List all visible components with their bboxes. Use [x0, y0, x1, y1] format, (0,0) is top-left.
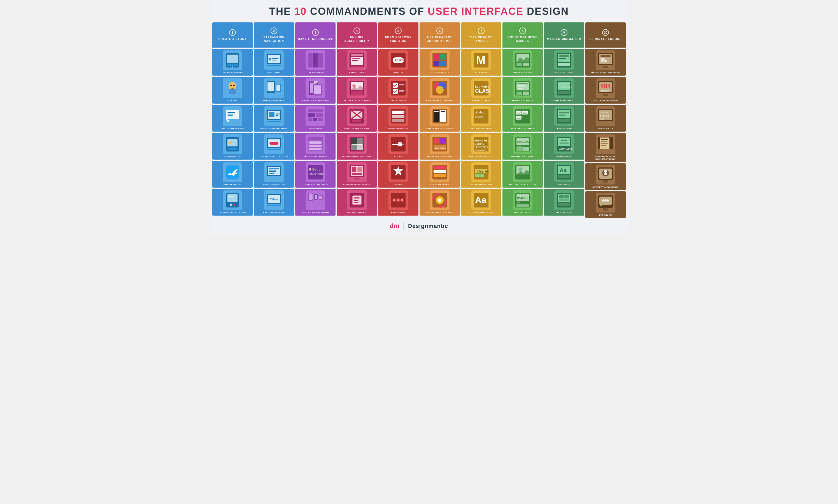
svg-text:aCbAcb: aCbAcb — [600, 114, 609, 117]
item-label: SCALES TO ANY WIDTH — [302, 211, 329, 214]
svg-rect-14 — [228, 147, 237, 150]
list-item: PARALLAX SCROLLING — [295, 77, 336, 104]
item-label: STICK TO THREE — [430, 183, 449, 186]
col-header-5: 5FORM FOLLOWS FUNCTION — [378, 22, 418, 48]
col-header-2: 2STREAMLINE NAVIGATION — [254, 22, 294, 48]
item-label: PICK VIBRANT COLORS — [426, 100, 453, 102]
svg-point-23 — [269, 58, 271, 60]
svg-rect-59 — [308, 113, 315, 117]
svg-text:3bA...: 3bA... — [600, 118, 607, 121]
svg-rect-35 — [267, 121, 281, 122]
item-label: GOOGLE STANDARDS — [303, 183, 328, 186]
svg-rect-159 — [433, 170, 446, 173]
svg-text:BEBAS NEUE: BEBAS NEUE — [475, 139, 489, 142]
list-item: COLOR PALETTE — [420, 49, 460, 76]
svg-rect-70 — [308, 165, 323, 179]
svg-rect-121 — [399, 90, 405, 92]
item-label: INDUSTRY RELEVANT — [427, 156, 452, 158]
svg-rect-15 — [226, 165, 239, 179]
column-3: 3MAKE IT RESPONSIVEUSE COLUMNSPARALLAX S… — [295, 22, 336, 218]
item-label: USE ICONS — [267, 71, 280, 74]
items-list-6: COLOR PALETTEPICK VIBRANT COLORSCONTRAST… — [420, 48, 460, 218]
col-header-7: 7DEFINE FONT FAMILIES — [461, 22, 501, 48]
item-label: MASCOT — [228, 100, 237, 102]
svg-point-18 — [230, 203, 232, 206]
item-icon-1-1 — [223, 50, 242, 70]
list-item: 25%OFFAIM CONVERSIONS — [254, 189, 294, 216]
svg-rect-273 — [603, 180, 608, 183]
svg-rect-78 — [309, 194, 313, 200]
item-label: BIG FONTS — [558, 183, 570, 186]
item-label: BE AUTHENTIC — [224, 156, 241, 158]
item-label: PERFECT DUOS — [472, 100, 491, 102]
svg-rect-42 — [269, 168, 279, 169]
list-item: MASCOT — [212, 77, 253, 104]
list-item: PNGJPGBMPPICK BEST FORMAT — [502, 105, 543, 131]
list-item: AaIN DOUBT, GO GOTHIC! — [461, 189, 501, 216]
item-label: EMBED SOCIAL — [224, 183, 242, 186]
svg-text:2880x1880: 2880x1880 — [517, 141, 530, 144]
item-label: SLIDER — [394, 156, 403, 158]
col-header-8: 8BOOST OPTIMIZED IMAGES — [502, 22, 543, 48]
svg-point-135 — [393, 199, 395, 201]
svg-rect-124 — [392, 115, 405, 118]
item-label: SET HIERARCHIES — [470, 127, 492, 130]
items-list-1: USE REAL IMAGESMASCOTCUSTOM MESSAGESBE A… — [212, 48, 253, 218]
list-item: FLUID GRID — [295, 105, 336, 131]
column-1: 1CREATE A STORYUSE REAL IMAGESMASCOTCUST… — [212, 22, 253, 218]
list-item: IMAGE TITLE</>USE ALT-TAGS — [502, 189, 543, 216]
list-item: PICK VIBRANT COLORS — [420, 77, 460, 104]
col-title-10: ELIMINATE ERRORS — [590, 37, 622, 41]
svg-point-3 — [232, 66, 233, 68]
list-item: ADS POPUPFLASH WIDGETSOMIT REDUNDANT — [544, 77, 584, 104]
item-icon-9-6 — [554, 191, 574, 210]
list-item: 2880x1880AUTOMATE SCALING — [502, 133, 543, 160]
svg-rect-107 — [352, 173, 362, 175]
svg-text:highlighted: highlighted — [476, 170, 489, 173]
svg-rect-60 — [316, 113, 323, 117]
svg-rect-67 — [309, 141, 322, 144]
svg-text:bougan: bougan — [475, 115, 483, 118]
item-label: USE COLUMNS — [307, 71, 324, 74]
svg-rect-272 — [604, 173, 607, 175]
svg-text:WHAT WE DO: WHAT WE DO — [559, 148, 572, 150]
svg-rect-68 — [309, 145, 322, 147]
svg-text:ERROR: ERROR — [601, 89, 610, 92]
svg-rect-28 — [267, 82, 274, 91]
svg-rect-193 — [518, 88, 523, 89]
svg-rect-232 — [558, 138, 570, 146]
item-label: OMIT REDUNDANT — [553, 100, 574, 102]
item-icon-8-4: 2880x1880 — [513, 134, 532, 154]
svg-rect-230 — [558, 119, 570, 122]
list-item: DROP-DOWN MENUS — [295, 133, 336, 160]
svg-point-278 — [607, 199, 609, 202]
item-label: PICK BEST FORMAT — [511, 127, 534, 130]
svg-rect-106 — [357, 167, 362, 172]
svg-rect-120 — [399, 84, 405, 85]
column-9: 9MASTER MINIMALISMSOLID COLORSADS POPUPF… — [544, 22, 584, 218]
item-icon-3-3 — [306, 106, 325, 126]
page: THE 10 COMMANDMENTS OF USER INTERFACE DE… — [210, 0, 628, 235]
list-item: MONOCHROME SETTINGS — [337, 133, 377, 160]
item-icon-9-3 — [554, 106, 574, 126]
list-item: INDUSTRYINDUSTRY RELEVANT — [420, 133, 460, 160]
item-icon-8-1 — [513, 50, 532, 70]
svg-rect-139 — [433, 54, 439, 60]
item-label: USE VISUALS — [556, 211, 572, 214]
item-icon-8-3: PNGJPGBMP — [513, 106, 532, 126]
item-label: ALT-TEXT FOR IMAGES — [344, 100, 370, 102]
item-icon-10-3: abcABCaCbAcb3bA... — [596, 106, 615, 126]
item-icon-2-5 — [264, 162, 284, 182]
column-5: 5FORM FOLLOWS FUNCTIONCLICKBUTTONCHECK B… — [378, 22, 418, 218]
svg-point-276 — [602, 199, 604, 202]
svg-rect-66 — [308, 137, 323, 140]
column-8: 8BOOST OPTIMIZED IMAGESPREFER VECTORMINI… — [502, 22, 543, 218]
item-label: IN DOUBT, GO GOTHIC! — [468, 211, 495, 214]
svg-text:PNG: PNG — [516, 112, 521, 114]
item-icon-1-2 — [223, 78, 242, 98]
svg-text:Andes: Andes — [475, 110, 484, 114]
item-label: FLUID GRID — [309, 127, 322, 130]
list-item: SCREEN PRIME ESTATE — [337, 161, 377, 187]
item-icon-7-1: M — [471, 50, 491, 70]
item-label: MINIFY METADATA — [512, 100, 533, 102]
